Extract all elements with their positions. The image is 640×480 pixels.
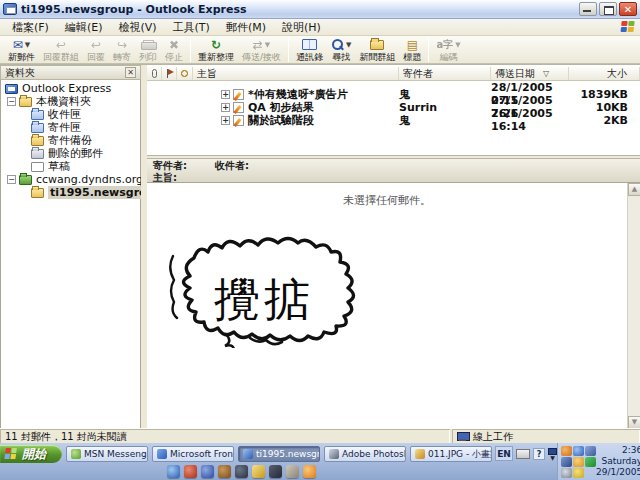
tray-icon-computers[interactable]	[561, 457, 572, 467]
online-status-text: 線上工作	[473, 430, 513, 444]
task-msn-messenger[interactable]: MSN Messenger	[66, 446, 148, 462]
quick-launch-ink-icon[interactable]	[269, 465, 282, 478]
tree-item-news-account[interactable]: − ccwang.dyndns.org	[1, 173, 140, 186]
preview-scrollbar[interactable]: ▲ ▼	[627, 183, 640, 429]
send-receive-button: ⇄▼ 傳送/接收	[238, 36, 285, 63]
news-post-icon	[233, 102, 244, 113]
message-row[interactable]: +*仲有幾遠呀*廣告片 鬼 28/1/2005 0:15 1839KB	[147, 81, 640, 94]
language-indicator[interactable]: EN	[495, 446, 513, 461]
printer-icon	[141, 40, 155, 50]
toolbar-separator	[288, 38, 289, 62]
find-button[interactable]: ▼ 尋找	[327, 36, 355, 63]
online-monitor-icon	[457, 432, 468, 441]
size-column-header[interactable]: 大小	[569, 67, 640, 80]
watch-icon	[181, 70, 188, 77]
outlook-express-icon	[243, 449, 253, 459]
refresh-button[interactable]: ↻ 重新整理	[194, 36, 238, 63]
quick-launch-dark-icon[interactable]	[235, 465, 248, 478]
preview-to-label: 收件者:	[215, 159, 249, 173]
newsgroup-folder-icon	[370, 40, 384, 50]
close-icon[interactable]: ✕	[125, 67, 136, 78]
attachment-column-header[interactable]	[147, 67, 162, 80]
quick-launch-browser-icon[interactable]	[167, 465, 180, 478]
clock-day: Saturday	[596, 456, 640, 467]
collapse-icon[interactable]: −	[7, 97, 16, 106]
stop-icon: ✖	[169, 38, 179, 52]
tree-item-deleted-items[interactable]: 刪除的郵件	[1, 147, 140, 160]
task-photoshop[interactable]: Adobe Photoshop	[324, 446, 406, 462]
tray-icon-lock[interactable]	[573, 457, 584, 467]
newsgroups-button[interactable]: 新聞群組	[355, 36, 399, 63]
help-icon[interactable]: ?	[533, 448, 545, 460]
watch-column-header[interactable]	[177, 67, 193, 80]
outlook-express-window-icon	[3, 3, 17, 15]
tray-icon-green-square[interactable]	[585, 457, 596, 467]
tree-item-newsgroup[interactable]: ti1995.newsgroup (11)	[1, 186, 140, 199]
quick-launch-film-icon[interactable]	[286, 465, 299, 478]
start-button[interactable]: 開始	[0, 445, 62, 463]
headers-button[interactable]: ▤ 標題	[399, 36, 425, 63]
language-bar-options[interactable]: ▼	[548, 448, 557, 460]
annotation-text: 攪掂	[214, 272, 314, 326]
task-button-row: MSN Messenger Microsoft FrontP... ti1995…	[66, 446, 492, 462]
windows-flag-icon	[4, 448, 20, 461]
task-outlook-express-active[interactable]: ti1995.newsgrou...	[238, 446, 320, 462]
restore-button[interactable]	[599, 2, 617, 16]
expand-icon[interactable]: +	[221, 116, 230, 125]
collapse-icon[interactable]: −	[7, 175, 16, 184]
task-frontpage[interactable]: Microsoft FrontP...	[152, 446, 234, 462]
menu-tools[interactable]: 工具(T)	[165, 19, 218, 36]
from-column-header[interactable]: 寄件者	[399, 67, 491, 80]
quick-launch-brown-icon[interactable]	[218, 465, 231, 478]
tray-icon-swirl[interactable]	[561, 446, 572, 456]
expand-icon[interactable]: +	[221, 90, 230, 99]
scroll-up-icon[interactable]: ▲	[628, 183, 640, 196]
quick-launch-red-icon[interactable]	[184, 465, 197, 478]
title-bar: ti1995.newsgroup - Outlook Express	[0, 0, 640, 19]
sent-items-icon	[31, 136, 44, 146]
hand-drawn-annotation: 攪掂	[166, 222, 370, 348]
chevron-down-icon[interactable]: ▼	[25, 41, 30, 49]
chevron-down-icon: ▼	[550, 456, 555, 460]
news-server-icon	[19, 175, 32, 185]
tree-item-drafts[interactable]: 草稿	[1, 160, 140, 173]
sent-column-header[interactable]: 傳送日期▽	[491, 67, 569, 80]
encoding-button: a字▼ 編碼	[432, 36, 464, 63]
close-button[interactable]	[619, 2, 637, 16]
message-list-header: 主旨 寄件者 傳送日期▽ 大小	[147, 67, 640, 81]
menu-message[interactable]: 郵件(M)	[218, 19, 274, 36]
task-paint[interactable]: 011.JPG - 小畫家	[410, 446, 492, 462]
expand-icon[interactable]: +	[221, 103, 230, 112]
folder-pane-title: 資料夾	[5, 66, 125, 80]
taskbar-clock[interactable]: 2:36 Saturday 29/1/2005	[596, 445, 640, 478]
newsgroup-folder-icon	[31, 188, 44, 198]
chevron-down-icon[interactable]: ▼	[346, 41, 351, 49]
new-post-button[interactable]: ✉▼ 新郵件	[4, 36, 39, 63]
no-message-selected-text: 未選擇任何郵件。	[147, 193, 627, 208]
minimize-button[interactable]	[579, 2, 597, 16]
window-title: ti1995.newsgroup - Outlook Express	[21, 3, 579, 16]
reply-group-button: ↩ 回覆群組	[39, 36, 83, 63]
tray-icon-round[interactable]	[561, 468, 572, 478]
chevron-down-icon: ▼	[265, 41, 270, 49]
news-post-icon	[233, 115, 244, 126]
preview-header: 寄件者: 收件者: 主旨:	[147, 159, 640, 183]
frontpage-icon	[157, 449, 167, 459]
tray-icon-messenger[interactable]	[573, 446, 584, 456]
menu-file[interactable]: 檔案(F)	[4, 19, 57, 36]
menu-help[interactable]: 說明(H)	[274, 19, 329, 36]
flag-column-header[interactable]	[162, 67, 177, 80]
keyboard-icon[interactable]	[516, 449, 530, 459]
addresses-button[interactable]: 通訊錄	[292, 36, 327, 63]
quick-launch-orange-icon[interactable]	[303, 465, 316, 478]
quick-launch-pencil-icon[interactable]	[252, 465, 265, 478]
menu-bar: 檔案(F) 編輯(E) 檢視(V) 工具(T) 郵件(M) 說明(H)	[0, 19, 640, 36]
tray-icon-key[interactable]	[573, 468, 584, 478]
paperclip-icon	[152, 69, 157, 78]
quick-launch-blue-icon[interactable]	[201, 465, 214, 478]
print-button: 列印	[135, 36, 161, 63]
menu-edit[interactable]: 編輯(E)	[57, 19, 111, 36]
subject-column-header[interactable]: 主旨	[193, 67, 399, 80]
tray-icon-network[interactable]	[585, 446, 596, 456]
menu-view[interactable]: 檢視(V)	[110, 19, 164, 36]
